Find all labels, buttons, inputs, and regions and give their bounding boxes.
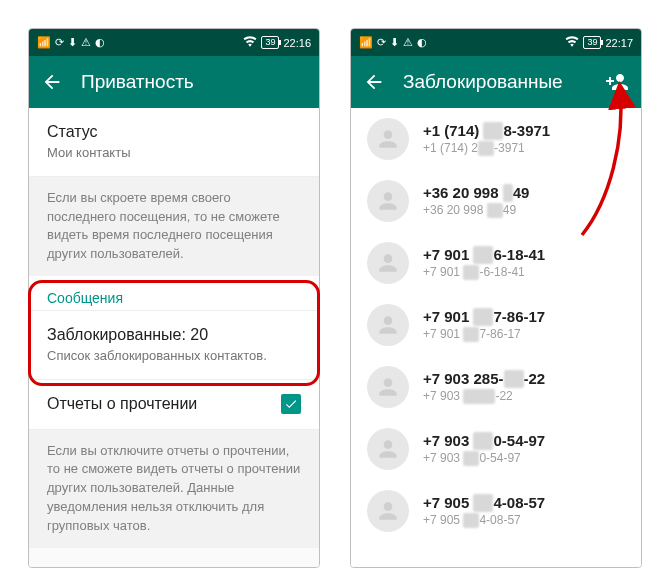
- contact-primary: +7 903 285-XX-22: [423, 370, 545, 389]
- contact-text: +7 903 285-XX-22+7 903 XXXX-22: [423, 370, 545, 405]
- contact-primary: +1 (714) XX8-3971: [423, 122, 550, 141]
- wifi-icon: [565, 36, 579, 49]
- last-seen-caption: Если вы скроете время своего последнего …: [29, 177, 319, 276]
- contact-text: +36 20 998 X49+36 20 998 XX49: [423, 184, 529, 219]
- status-right-icons: 39 22:16: [243, 36, 311, 49]
- blocked-sub: Список заблокированных контактов.: [47, 348, 301, 365]
- sync-icon: ⟳: [55, 36, 64, 49]
- status-left-icons: 📶 ⟳ ⬇ ⚠ ◐: [37, 36, 105, 49]
- phone-blocked: 📶 ⟳ ⬇ ⚠ ◐ 39 22:17 Заблокированные +1 (7…: [350, 28, 642, 568]
- contact-secondary: +7 901 XX7-86-17: [423, 327, 545, 342]
- contact-text: +7 903 XX0-54-97+7 903 XX0-54-97: [423, 432, 545, 467]
- blocked-label: Заблокированные: 20: [47, 325, 301, 346]
- contact-text: +7 905 XX4-08-57+7 905 XX4-08-57: [423, 494, 545, 529]
- sync-icon: ⟳: [377, 36, 386, 49]
- clock: 22:16: [283, 37, 311, 49]
- blocked-contacts-row[interactable]: Заблокированные: 20 Список заблокированн…: [29, 310, 319, 380]
- back-icon[interactable]: [41, 71, 63, 93]
- download-icon: ⬇: [68, 36, 77, 49]
- contact-secondary: +7 901 XX-6-18-41: [423, 265, 545, 280]
- contact-primary: +7 903 XX0-54-97: [423, 432, 545, 451]
- battery-indicator: 39: [261, 36, 279, 49]
- status-bar: 📶 ⟳ ⬇ ⚠ ◐ 39 22:17: [351, 29, 641, 56]
- contact-row[interactable]: +1 (714) XX8-3971+1 (714) 2XX-3971: [351, 108, 641, 170]
- contact-primary: +7 905 XX4-08-57: [423, 494, 545, 513]
- wifi-icon: [243, 36, 257, 49]
- status-setting-row[interactable]: Статус Мои контакты: [29, 108, 319, 177]
- contact-row[interactable]: +7 903 XX0-54-97+7 903 XX0-54-97: [351, 418, 641, 480]
- contact-secondary: +7 905 XX4-08-57: [423, 513, 545, 528]
- back-icon[interactable]: [363, 71, 385, 93]
- read-receipts-caption: Если вы отключите отчеты о прочтении, то…: [29, 430, 319, 548]
- page-title: Заблокированные: [403, 71, 587, 93]
- status-left-icons: 📶 ⟳ ⬇ ⚠ ◐: [359, 36, 427, 49]
- avatar-placeholder: [367, 428, 409, 470]
- contact-secondary: +36 20 998 XX49: [423, 203, 529, 218]
- download-icon: ⬇: [390, 36, 399, 49]
- avatar-placeholder: [367, 118, 409, 160]
- avatar-placeholder: [367, 242, 409, 284]
- refresh-icon: ◐: [417, 36, 427, 49]
- warn-icon: ⚠: [403, 36, 413, 49]
- contact-secondary: +7 903 XX0-54-97: [423, 451, 545, 466]
- blocked-list[interactable]: +1 (714) XX8-3971+1 (714) 2XX-3971+36 20…: [351, 108, 641, 567]
- read-receipts-checkbox[interactable]: [281, 394, 301, 414]
- contact-secondary: +7 903 XXXX-22: [423, 389, 545, 404]
- contact-text: +1 (714) XX8-3971+1 (714) 2XX-3971: [423, 122, 550, 157]
- avatar-placeholder: [367, 366, 409, 408]
- signal-icon: 📶: [37, 36, 51, 49]
- status-label: Статус: [47, 122, 301, 143]
- add-contact-icon[interactable]: [605, 70, 629, 94]
- contact-row[interactable]: +7 901 XX6-18-41+7 901 XX-6-18-41: [351, 232, 641, 294]
- page-title: Приватность: [81, 71, 307, 93]
- contact-row[interactable]: +7 903 285-XX-22+7 903 XXXX-22: [351, 356, 641, 418]
- contact-primary: +7 901 XX7-86-17: [423, 308, 545, 327]
- avatar-placeholder: [367, 304, 409, 346]
- contact-secondary: +1 (714) 2XX-3971: [423, 141, 550, 156]
- messages-section-header: Сообщения: [29, 276, 319, 310]
- refresh-icon: ◐: [95, 36, 105, 49]
- app-bar: Заблокированные: [351, 56, 641, 108]
- privacy-content: Статус Мои контакты Если вы скроете врем…: [29, 108, 319, 567]
- warn-icon: ⚠: [81, 36, 91, 49]
- contact-row[interactable]: +36 20 998 X49+36 20 998 XX49: [351, 170, 641, 232]
- signal-icon: 📶: [359, 36, 373, 49]
- read-receipts-label: Отчеты о прочтении: [47, 394, 197, 415]
- contact-text: +7 901 XX7-86-17+7 901 XX7-86-17: [423, 308, 545, 343]
- contact-row[interactable]: +7 905 XX4-08-57+7 905 XX4-08-57: [351, 480, 641, 542]
- avatar-placeholder: [367, 490, 409, 532]
- app-bar: Приватность: [29, 56, 319, 108]
- battery-indicator: 39: [583, 36, 601, 49]
- clock: 22:17: [605, 37, 633, 49]
- contact-row[interactable]: +7 901 XX7-86-17+7 901 XX7-86-17: [351, 294, 641, 356]
- contact-primary: +7 901 XX6-18-41: [423, 246, 545, 265]
- phone-privacy: 📶 ⟳ ⬇ ⚠ ◐ 39 22:16 Приватность Статус Мо…: [28, 28, 320, 568]
- contact-text: +7 901 XX6-18-41+7 901 XX-6-18-41: [423, 246, 545, 281]
- status-value: Мои контакты: [47, 145, 301, 162]
- avatar-placeholder: [367, 180, 409, 222]
- read-receipts-row[interactable]: Отчеты о прочтении: [29, 380, 319, 430]
- contact-primary: +36 20 998 X49: [423, 184, 529, 203]
- status-bar: 📶 ⟳ ⬇ ⚠ ◐ 39 22:16: [29, 29, 319, 56]
- status-right-icons: 39 22:17: [565, 36, 633, 49]
